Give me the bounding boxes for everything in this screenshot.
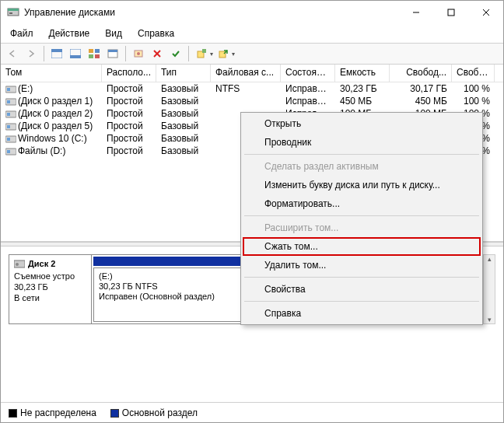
svg-rect-13 (89, 54, 93, 58)
new-volume-icon[interactable] (193, 45, 210, 62)
col-layout[interactable]: Располо... (102, 65, 156, 82)
properties-icon[interactable] (104, 45, 121, 62)
close-button[interactable] (468, 1, 503, 24)
svg-rect-12 (95, 49, 100, 53)
ctx-delete[interactable]: Удалить том... (243, 256, 481, 274)
app-icon (7, 6, 19, 19)
svg-rect-16 (108, 50, 117, 52)
window-controls (398, 1, 503, 24)
menubar: Файл Действие Вид Справка (1, 24, 503, 43)
check-icon[interactable] (167, 45, 184, 62)
view-top-icon[interactable] (48, 45, 65, 62)
ctx-explorer[interactable]: Проводник (243, 133, 481, 152)
volume-icon (5, 122, 16, 131)
delete-icon[interactable] (149, 45, 166, 62)
back-button (4, 45, 21, 62)
disk-icon (14, 259, 25, 268)
ctx-extend: Расширить том... (243, 218, 481, 237)
scroll-down-icon[interactable]: ▾ (488, 316, 492, 323)
forward-button (23, 45, 40, 62)
toolbar-separator (44, 46, 44, 61)
disk-kind: Съемное устро (14, 271, 86, 281)
volume-icon (5, 110, 16, 118)
menu-view[interactable]: Вид (99, 26, 128, 41)
svg-rect-11 (89, 49, 93, 53)
toolbar: ▾ ▾ (1, 43, 503, 65)
table-row[interactable]: (Диск 0 раздел 1)ПростойБазовыйИсправен.… (1, 95, 503, 107)
ctx-separator (244, 215, 479, 216)
window-title: Управление дисками (24, 7, 398, 18)
swatch-black (9, 409, 17, 418)
disk-label: Диск 2 (28, 258, 55, 269)
legend: Не распределена Основной раздел (1, 402, 503, 422)
ctx-format[interactable]: Форматировать... (243, 194, 481, 213)
attach-icon[interactable] (215, 45, 232, 62)
svg-rect-10 (70, 55, 81, 58)
svg-rect-1 (8, 9, 19, 11)
view-grid-icon[interactable] (86, 45, 103, 62)
menu-file[interactable]: Файл (4, 26, 40, 41)
menu-help[interactable]: Справка (131, 26, 180, 41)
svg-rect-22 (202, 49, 206, 53)
ctx-help[interactable]: Справка (243, 304, 481, 323)
svg-rect-34 (7, 138, 10, 141)
ctx-change-letter[interactable]: Изменить букву диска или путь к диску... (243, 176, 481, 194)
dropdown-icon[interactable]: ▾ (232, 51, 235, 58)
svg-rect-14 (95, 54, 100, 58)
svg-rect-36 (7, 150, 10, 153)
volume-icon (5, 97, 16, 106)
ctx-open[interactable]: Открыть (243, 114, 481, 133)
view-bottom-icon[interactable] (67, 45, 84, 62)
minimize-button[interactable] (398, 1, 433, 24)
scrollbar[interactable]: ▴ ▾ (483, 254, 495, 324)
ctx-separator (244, 277, 479, 278)
disk-size: 30,23 ГБ (14, 281, 86, 292)
disk-online: В сети (14, 292, 86, 303)
scroll-up-icon[interactable]: ▴ (488, 255, 492, 263)
legend-unallocated: Не распределена (9, 407, 96, 418)
ctx-separator (244, 154, 479, 155)
titlebar: Управление дисками (1, 1, 503, 24)
col-volume[interactable]: Том (1, 65, 102, 82)
col-filesystem[interactable]: Файловая с... (211, 65, 281, 82)
svg-rect-26 (7, 88, 10, 91)
swatch-blue (110, 409, 119, 418)
col-status[interactable]: Состояние (281, 65, 335, 82)
table-row[interactable]: (E:)ПростойБазовыйNTFSИсправен...30,23 Г… (1, 82, 503, 95)
svg-rect-32 (7, 125, 10, 128)
menu-action[interactable]: Действие (43, 26, 96, 41)
col-freepct[interactable]: Свобод... (452, 65, 495, 82)
ctx-make-active: Сделать раздел активным (243, 157, 481, 176)
volume-icon (5, 135, 16, 143)
context-menu: Открыть Проводник Сделать раздел активны… (240, 112, 483, 325)
col-capacity[interactable]: Емкость (335, 65, 390, 82)
dropdown-icon[interactable]: ▾ (210, 51, 213, 58)
col-free[interactable]: Свобод... (390, 65, 452, 82)
svg-point-38 (16, 263, 19, 266)
settings-icon[interactable] (130, 45, 147, 62)
ctx-properties[interactable]: Свойства (243, 280, 481, 299)
svg-rect-30 (7, 113, 10, 116)
toolbar-separator (125, 46, 126, 61)
svg-point-18 (137, 52, 140, 55)
svg-rect-4 (448, 9, 454, 16)
svg-rect-2 (9, 12, 12, 14)
disk-info[interactable]: Диск 2 Съемное устро 30,23 ГБ В сети (9, 255, 92, 323)
ctx-shrink[interactable]: Сжать том... (243, 237, 481, 256)
col-type[interactable]: Тип (156, 65, 211, 82)
maximize-button[interactable] (433, 1, 468, 24)
svg-rect-8 (51, 49, 62, 52)
volume-icon (5, 147, 16, 156)
volume-icon (5, 85, 16, 93)
table-header: Том Располо... Тип Файловая с... Состоян… (1, 65, 503, 82)
ctx-separator (244, 301, 479, 302)
toolbar-separator (188, 46, 189, 61)
legend-primary: Основной раздел (110, 407, 198, 418)
svg-rect-28 (7, 100, 10, 103)
